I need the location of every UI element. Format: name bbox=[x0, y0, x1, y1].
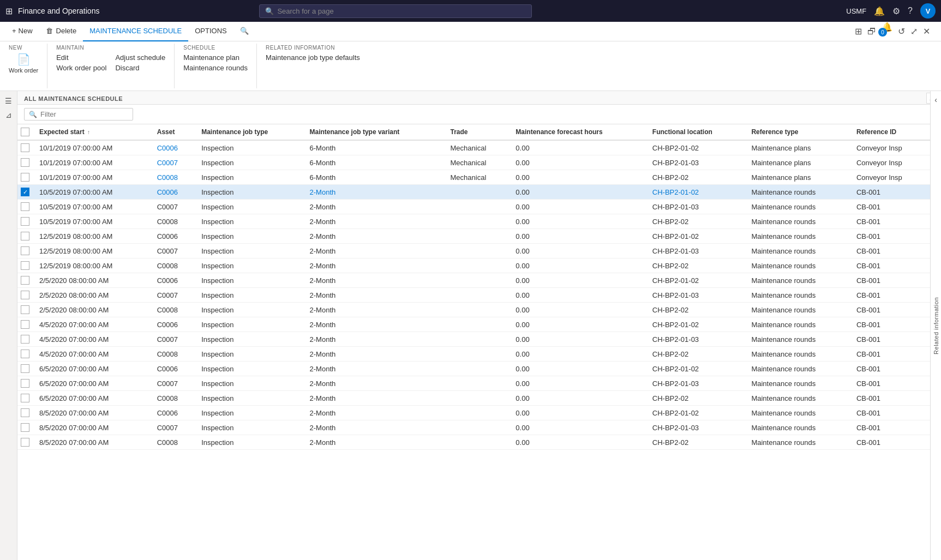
table-row[interactable]: 2/5/2020 08:00:00 AMC0007Inspection2-Mon… bbox=[17, 288, 930, 303]
asset-cell: C0007 bbox=[152, 244, 196, 258]
table-row[interactable]: 2/5/2020 08:00:00 AMC0008Inspection2-Mon… bbox=[17, 303, 930, 317]
ribbon-link-maintenance-rounds[interactable]: Maintenance rounds bbox=[183, 63, 248, 73]
table-link[interactable]: C0008 bbox=[157, 173, 178, 182]
ribbon-link-edit[interactable]: Edit bbox=[56, 53, 106, 62]
functional-location-cell: CH-BP2-01-02 bbox=[647, 406, 746, 420]
header-forecast-hours[interactable]: Maintenance forecast hours bbox=[510, 124, 647, 140]
tab-delete[interactable]: 🗑 Delete bbox=[39, 22, 83, 41]
row-checkbox[interactable] bbox=[21, 158, 29, 167]
row-checkbox[interactable] bbox=[21, 408, 29, 417]
search-bar[interactable]: 🔍 bbox=[259, 4, 532, 18]
row-checkbox[interactable] bbox=[21, 364, 29, 373]
row-checkbox[interactable] bbox=[21, 305, 29, 314]
row-checkbox[interactable] bbox=[21, 394, 29, 402]
header-reference-id[interactable]: Reference ID bbox=[851, 124, 930, 140]
table-row[interactable]: 12/5/2019 08:00:00 AMC0006Inspection2-Mo… bbox=[17, 229, 930, 244]
row-checkbox[interactable] bbox=[21, 217, 29, 226]
table-container[interactable]: Expected start ↑ Asset Maintenance job t… bbox=[17, 124, 930, 560]
hamburger-menu-icon[interactable]: ☰ bbox=[5, 97, 12, 105]
table-row[interactable]: 4/5/2020 07:00:00 AMC0008Inspection2-Mon… bbox=[17, 347, 930, 362]
ribbon-link-job-type-defaults[interactable]: Maintenance job type defaults bbox=[266, 53, 360, 62]
notification-bell-icon[interactable]: 🔔 bbox=[874, 6, 885, 16]
row-checkbox[interactable] bbox=[21, 335, 29, 344]
table-link[interactable]: CH-BP2-01-02 bbox=[652, 188, 699, 196]
header-checkbox[interactable] bbox=[21, 128, 29, 136]
row-checkbox[interactable] bbox=[21, 246, 29, 255]
table-row[interactable]: 8/5/2020 07:00:00 AMC0008Inspection2-Mon… bbox=[17, 435, 930, 450]
ribbon-link-work-order-pool[interactable]: Work order pool bbox=[56, 63, 106, 73]
row-checkbox[interactable] bbox=[21, 320, 29, 329]
header-expected-start[interactable]: Expected start ↑ bbox=[34, 124, 152, 140]
header-reference-type[interactable]: Reference type bbox=[746, 124, 850, 140]
table-row[interactable]: 10/5/2019 07:00:00 AMC0007Inspection2-Mo… bbox=[17, 200, 930, 214]
table-row[interactable]: 6/5/2020 07:00:00 AMC0007Inspection2-Mon… bbox=[17, 376, 930, 391]
asset-cell[interactable]: C0007 bbox=[152, 155, 196, 170]
right-panel[interactable]: ‹ Related information bbox=[930, 91, 941, 560]
row-checkbox-cell bbox=[17, 391, 34, 406]
table-row[interactable]: 2/5/2020 08:00:00 AMC0006Inspection2-Mon… bbox=[17, 273, 930, 288]
ribbon-refresh-icon[interactable]: ↺ bbox=[898, 26, 905, 37]
row-checkbox[interactable] bbox=[21, 173, 29, 182]
asset-cell[interactable]: C0006 bbox=[152, 185, 196, 200]
ribbon-link-maintenance-plan[interactable]: Maintenance plan bbox=[183, 53, 248, 62]
table-row[interactable]: 10/1/2019 07:00:00 AMC0008Inspection6-Mo… bbox=[17, 170, 930, 185]
functional-location-cell[interactable]: CH-BP2-01-02 bbox=[647, 185, 746, 200]
table-link[interactable]: C0007 bbox=[157, 159, 178, 167]
table-row[interactable]: 6/5/2020 07:00:00 AMC0008Inspection2-Mon… bbox=[17, 391, 930, 406]
table-row[interactable]: 10/1/2019 07:00:00 AMC0006Inspection6-Mo… bbox=[17, 140, 930, 155]
ribbon-link-adjust-schedule[interactable]: Adjust schedule bbox=[115, 53, 165, 62]
tab-maintenance-schedule[interactable]: MAINTENANCE SCHEDULE bbox=[83, 22, 188, 41]
header-asset[interactable]: Asset bbox=[152, 124, 196, 140]
row-checkbox[interactable] bbox=[21, 232, 29, 240]
tab-search[interactable]: 🔍 bbox=[233, 22, 255, 41]
row-checkbox[interactable] bbox=[21, 202, 29, 211]
table-row[interactable]: 4/5/2020 07:00:00 AMC0007Inspection2-Mon… bbox=[17, 332, 930, 347]
header-trade[interactable]: Trade bbox=[445, 124, 511, 140]
row-checkbox[interactable] bbox=[21, 276, 29, 285]
asset-cell[interactable]: C0006 bbox=[152, 140, 196, 155]
row-checkbox[interactable] bbox=[21, 438, 29, 447]
tab-options[interactable]: OPTIONS bbox=[188, 22, 233, 41]
ribbon-item-work-order[interactable]: 📄 Work order bbox=[9, 53, 38, 74]
ribbon-grid-icon[interactable]: ⊞ bbox=[855, 26, 862, 37]
table-row[interactable]: 8/5/2020 07:00:00 AMC0006Inspection2-Mon… bbox=[17, 406, 930, 420]
header-maintenance-job-type-variant[interactable]: Maintenance job type variant bbox=[304, 124, 445, 140]
help-question-icon[interactable]: ? bbox=[908, 6, 913, 16]
settings-gear-icon[interactable]: ⚙ bbox=[892, 6, 900, 16]
row-checkbox[interactable] bbox=[21, 261, 29, 270]
app-grid-icon[interactable]: ⊞ bbox=[5, 6, 13, 16]
ribbon-link-discard[interactable]: Discard bbox=[115, 63, 165, 73]
job-type-variant-cell[interactable]: 2-Month bbox=[304, 185, 445, 200]
forecast-hours-cell: 0.00 bbox=[510, 229, 647, 244]
header-maintenance-job-type[interactable]: Maintenance job type bbox=[196, 124, 304, 140]
row-checkbox[interactable] bbox=[21, 350, 29, 358]
tab-new[interactable]: + New bbox=[5, 22, 39, 41]
table-link[interactable]: C0006 bbox=[157, 144, 178, 152]
row-checkbox[interactable] bbox=[21, 291, 29, 299]
ribbon-window-icon[interactable]: 🗗 bbox=[867, 27, 876, 37]
row-checkbox[interactable] bbox=[21, 423, 29, 432]
table-row[interactable]: 8/5/2020 07:00:00 AMC0007Inspection2-Mon… bbox=[17, 420, 930, 435]
expected-start-cell: 12/5/2019 08:00:00 AM bbox=[34, 229, 152, 244]
table-link[interactable]: C0006 bbox=[157, 188, 178, 196]
table-row[interactable]: 12/5/2019 08:00:00 AMC0007Inspection2-Mo… bbox=[17, 244, 930, 258]
table-row[interactable]: 10/5/2019 07:00:00 AMC0008Inspection2-Mo… bbox=[17, 214, 930, 229]
asset-cell[interactable]: C0008 bbox=[152, 170, 196, 185]
row-checkbox[interactable] bbox=[21, 143, 29, 152]
table-row[interactable]: 4/5/2020 07:00:00 AMC0006Inspection2-Mon… bbox=[17, 317, 930, 332]
table-row[interactable]: 12/5/2019 08:00:00 AMC0008Inspection2-Mo… bbox=[17, 258, 930, 273]
search-input[interactable] bbox=[277, 7, 526, 15]
avatar[interactable]: V bbox=[920, 3, 936, 19]
table-row[interactable]: ✓10/5/2019 07:00:00 AMC0006Inspection2-M… bbox=[17, 185, 930, 200]
ribbon-popout-icon[interactable]: ⤢ bbox=[910, 26, 918, 37]
ribbon-close-icon[interactable]: ✕ bbox=[923, 26, 930, 37]
row-checkbox[interactable]: ✓ bbox=[21, 188, 29, 196]
row-checkbox[interactable] bbox=[21, 379, 29, 388]
filter-icon[interactable]: ⊿ bbox=[5, 111, 12, 119]
table-row[interactable]: 6/5/2020 07:00:00 AMC0006Inspection2-Mon… bbox=[17, 362, 930, 376]
header-functional-location[interactable]: Functional location bbox=[647, 124, 746, 140]
trade-cell bbox=[445, 214, 511, 229]
filter-input[interactable] bbox=[40, 110, 122, 118]
table-row[interactable]: 10/1/2019 07:00:00 AMC0007Inspection6-Mo… bbox=[17, 155, 930, 170]
table-link[interactable]: 2-Month bbox=[310, 188, 336, 196]
